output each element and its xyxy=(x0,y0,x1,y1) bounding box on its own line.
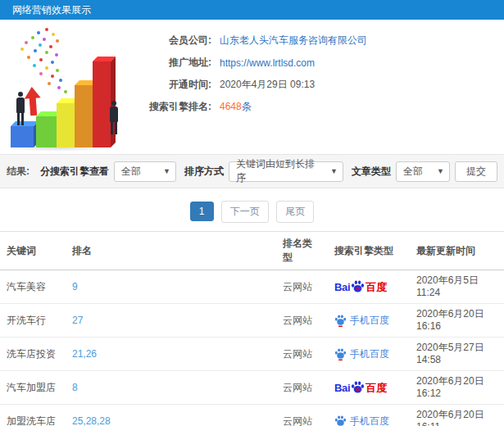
rank-count-link[interactable]: 4648条 xyxy=(220,100,252,114)
table-row: 洗车店投资 21,26 云网站 Bai du 百度 xyxy=(0,338,504,371)
rank-type-cell: 云网站 xyxy=(276,304,328,338)
pagination: 1 下一页 尾页 xyxy=(0,188,504,231)
rank-type-cell: 云网站 xyxy=(276,338,328,371)
rank-count-label: 搜索引擎排名: xyxy=(139,100,211,114)
rank-link[interactable]: 21,26 xyxy=(72,348,97,360)
mobile-baidu-logo: 手机百度 xyxy=(334,315,389,327)
next-page-button[interactable]: 下一页 xyxy=(221,201,269,223)
sort-filter-value: 关键词由短到长排序 xyxy=(236,157,322,185)
open-time-row: 开通时间: 2020年4月29日 09:13 xyxy=(139,74,500,96)
company-row: 会员公司: 山东老人头汽车服务咨询有限公司 xyxy=(139,29,500,52)
baidu-logo: Bai du 百度 xyxy=(334,381,387,394)
rank-link[interactable]: 8 xyxy=(72,382,78,393)
rank-type-cell: 云网站 xyxy=(276,405,328,426)
promo-url-row: 推广地址: https://www.lrtlsd.com xyxy=(139,52,500,74)
last-page-button[interactable]: 尾页 xyxy=(276,201,314,223)
open-time-label: 开通时间: xyxy=(139,78,211,92)
svg-text:du: du xyxy=(356,287,361,291)
confetti-dots xyxy=(0,23,3,26)
keyword-cell: 加盟洗车店 xyxy=(0,405,66,426)
bar-green xyxy=(36,116,57,147)
filter-bar: 结果: 分搜索引擎查看 全部▼ 排序方式 关键词由短到长排序▼ 文章类型 全部▼… xyxy=(0,154,504,188)
marketing-chart-illustration xyxy=(0,23,148,152)
mobile-baidu-paw-icon xyxy=(334,315,347,327)
article-type-value: 全部 xyxy=(403,165,423,179)
keyword-cell: 汽车加盟店 xyxy=(0,371,66,405)
rank-cell: 27 xyxy=(66,304,276,338)
rank-count-row: 搜索引擎排名: 4648条 xyxy=(139,96,500,118)
rank-cell: 25,28,28 xyxy=(66,405,276,426)
submit-button[interactable]: 提交 xyxy=(455,161,497,182)
keyword-cell: 汽车美容 xyxy=(0,270,66,304)
table-header-row: 关键词 排名 排名类型 搜索引擎类型 最新更新时间 xyxy=(0,232,504,270)
baidu-logo: Bai du 百度 xyxy=(334,280,387,293)
header-keyword: 关键词 xyxy=(0,232,66,270)
rank-link[interactable]: 9 xyxy=(72,281,78,292)
mobile-baidu-paw-icon xyxy=(334,348,347,360)
sort-filter-select[interactable]: 关键词由短到长排序▼ xyxy=(229,161,343,182)
baidu-paw-icon: du xyxy=(351,381,365,394)
chevron-down-icon: ▼ xyxy=(437,167,444,175)
bar-yellow xyxy=(57,103,76,147)
rank-cell: 8 xyxy=(66,371,276,405)
header-updated: 最新更新时间 xyxy=(410,232,504,270)
mobile-baidu-paw-icon xyxy=(334,415,347,426)
engine-filter-select[interactable]: 全部▼ xyxy=(114,161,176,182)
rank-cell: 21,26 xyxy=(66,338,276,371)
bar-orange xyxy=(75,85,94,147)
rank-type-cell: 云网站 xyxy=(276,371,328,405)
engine-cell: Bai du 百度 xyxy=(328,270,410,304)
table-row: 汽车加盟店 8 云网站 Bai du 百度 xyxy=(0,371,504,405)
page-title: 网络营销效果展示 xyxy=(0,0,504,20)
rank-link[interactable]: 25,28,28 xyxy=(72,415,111,426)
open-time-value: 2020年4月29日 09:13 xyxy=(220,78,315,92)
sort-filter-label: 排序方式 xyxy=(184,165,224,179)
rank-cell: 9 xyxy=(66,270,276,304)
page-button-current[interactable]: 1 xyxy=(190,202,214,221)
updated-cell: 2020年6月20日 16:11 xyxy=(410,405,504,426)
rank-link[interactable]: 27 xyxy=(72,315,83,326)
mobile-baidu-logo: 手机百度 xyxy=(334,415,389,426)
updated-cell: 2020年5月27日 14:58 xyxy=(410,338,504,371)
engine-filter-label: 分搜索引擎查看 xyxy=(40,165,109,179)
info-section: 会员公司: 山东老人头汽车服务咨询有限公司 推广地址: https://www.… xyxy=(0,20,504,154)
mobile-baidu-logo: 手机百度 xyxy=(334,348,389,360)
updated-cell: 2020年6月20日 16:16 xyxy=(410,304,504,338)
header-engine-type: 搜索引擎类型 xyxy=(328,232,410,270)
table-row: 汽车美容 9 云网站 Bai du 百度 xyxy=(0,270,504,304)
chevron-down-icon: ▼ xyxy=(163,167,170,175)
keyword-ranking-table: 关键词 排名 排名类型 搜索引擎类型 最新更新时间 汽车美容 9 云网站 Bai… xyxy=(0,231,504,426)
rank-type-cell: 云网站 xyxy=(276,270,328,304)
table-row: 开洗车行 27 云网站 Bai du 百度 xyxy=(0,304,504,338)
engine-cell: Bai du 百度 xyxy=(328,371,410,405)
chevron-down-icon: ▼ xyxy=(330,167,338,175)
businessman-figure xyxy=(15,92,26,126)
rank-count-unit: 条 xyxy=(242,101,252,112)
bar-blue xyxy=(11,126,34,147)
promo-url-label: 推广地址: xyxy=(139,56,211,70)
engine-cell: Bai du 百度 xyxy=(328,405,410,426)
filter-group: 分搜索引擎查看 全部▼ 排序方式 关键词由短到长排序▼ 文章类型 全部▼ 提交 xyxy=(37,161,497,182)
table-row: 加盟洗车店 25,28,28 云网站 Bai du 百度 xyxy=(0,405,504,426)
header-rank: 排名 xyxy=(66,232,276,270)
engine-filter-value: 全部 xyxy=(121,165,141,179)
updated-cell: 2020年6月5日 11:24 xyxy=(410,270,504,304)
rank-count-value: 4648 xyxy=(220,101,242,112)
company-label: 会员公司: xyxy=(139,34,211,48)
promo-url-link[interactable]: https://www.lrtlsd.com xyxy=(220,57,315,69)
member-info: 会员公司: 山东老人头汽车服务咨询有限公司 推广地址: https://www.… xyxy=(139,29,500,118)
article-type-select[interactable]: 全部▼ xyxy=(396,161,450,182)
baidu-paw-icon: du xyxy=(351,280,365,293)
engine-cell: Bai du 百度 xyxy=(328,338,410,371)
company-link[interactable]: 山东老人头汽车服务咨询有限公司 xyxy=(220,34,367,48)
svg-text:du: du xyxy=(356,387,361,392)
growth-arrow-icon xyxy=(24,86,42,116)
updated-cell: 2020年6月20日 16:12 xyxy=(410,371,504,405)
article-type-label: 文章类型 xyxy=(352,165,391,179)
keyword-cell: 洗车店投资 xyxy=(0,338,66,371)
result-label: 结果: xyxy=(7,165,30,179)
header-rank-type: 排名类型 xyxy=(276,232,328,270)
keyword-cell: 开洗车行 xyxy=(0,304,66,338)
businessman-figure xyxy=(108,101,120,135)
engine-cell: Bai du 百度 xyxy=(328,304,410,338)
